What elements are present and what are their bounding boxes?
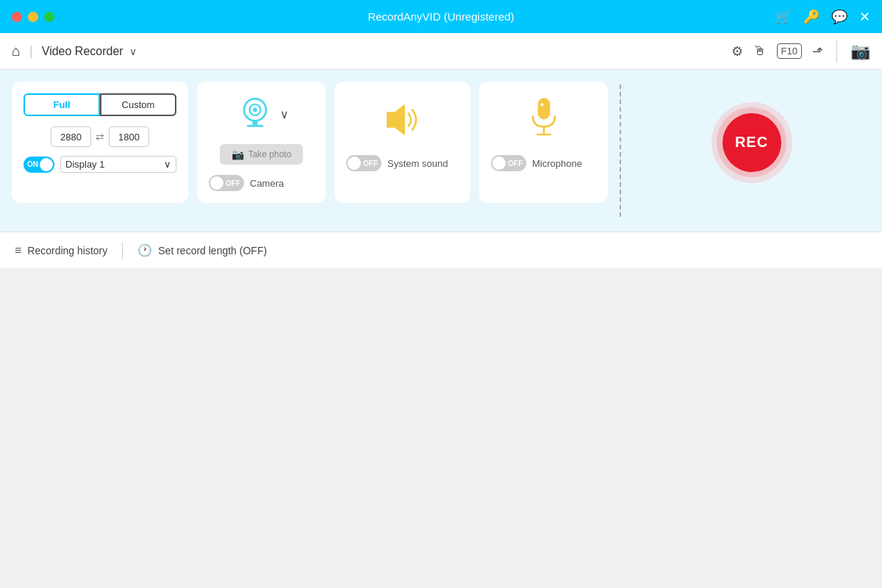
take-photo-label: Take photo <box>248 149 292 159</box>
screen-capture-card: Full Custom ⇄ ON Display 1 ∨ <box>12 82 188 203</box>
microphone-knob <box>492 157 506 170</box>
camera-label: Camera <box>250 178 284 189</box>
mouse-button[interactable]: 🖱 <box>753 43 767 59</box>
camera-dropdown-chevron[interactable]: ∨ <box>280 107 289 121</box>
toggle-on-label: ON <box>27 160 38 168</box>
app-title: RecordAnyVID (Unregistered) <box>368 10 514 23</box>
toolbar: ⌂ | Video Recorder ∨ ⚙ 🖱 F10 ⬏ 📷 <box>0 33 882 70</box>
microphone-toggle-row: OFF Microphone <box>491 155 596 171</box>
webcam-icon <box>234 93 276 135</box>
system-sound-toggle-row: OFF System sound <box>346 155 459 171</box>
display-select[interactable]: Display 1 ∨ <box>60 156 176 173</box>
toggle-knob <box>40 158 53 171</box>
key-icon[interactable]: 🔑 <box>803 9 820 25</box>
export-button[interactable]: ⬏ <box>812 43 823 60</box>
display-row: ON Display 1 ∨ <box>24 156 176 173</box>
traffic-lights <box>12 12 54 22</box>
camera-toggle-knob <box>210 176 223 190</box>
svg-point-9 <box>540 103 543 106</box>
system-sound-off-label: OFF <box>363 159 378 168</box>
camera-toggle[interactable]: OFF <box>209 175 244 191</box>
system-sound-label: System sound <box>387 158 448 169</box>
microphone-off-label: OFF <box>508 159 523 168</box>
recording-history-item[interactable]: ≡ Recording history <box>15 244 107 257</box>
toolbar-separator <box>836 40 837 62</box>
recording-history-label: Recording history <box>27 245 107 257</box>
bottom-bar: ≡ Recording history 🕐 Set record length … <box>0 232 882 268</box>
home-icon[interactable]: ⌂ <box>12 43 21 60</box>
full-mode-button[interactable]: Full <box>24 93 100 116</box>
mic-icon-wrap <box>528 96 560 143</box>
height-input[interactable] <box>109 126 149 147</box>
microphone-card: OFF Microphone <box>479 82 608 203</box>
toolbar-left: ⌂ | Video Recorder ∨ <box>12 43 137 60</box>
set-record-length-label: Set record length (OFF) <box>158 245 267 257</box>
camera-small-icon: 📷 <box>232 148 244 160</box>
toolbar-divider: | <box>29 43 33 59</box>
rec-button-area: REC <box>633 82 870 203</box>
system-sound-card: OFF System sound <box>334 82 470 203</box>
main-content: Full Custom ⇄ ON Display 1 ∨ <box>0 70 882 232</box>
screenshot-corner-button[interactable]: 📷 <box>850 42 870 61</box>
svg-rect-6 <box>538 98 550 119</box>
capture-mode-buttons: Full Custom <box>24 93 176 116</box>
system-sound-toggle[interactable]: OFF <box>346 155 381 171</box>
chevron-down-icon[interactable]: ∨ <box>129 46 137 57</box>
custom-mode-button[interactable]: Custom <box>100 93 176 116</box>
speaker-icon <box>381 99 425 140</box>
recorder-title: Video Recorder <box>42 45 123 58</box>
maximize-button[interactable] <box>44 12 54 22</box>
camera-toggle-row: OFF Camera <box>209 175 314 191</box>
take-photo-button[interactable]: 📷 Take photo <box>220 144 304 165</box>
set-record-length-item[interactable]: 🕐 Set record length (OFF) <box>137 243 267 257</box>
display-select-chevron: ∨ <box>164 159 171 170</box>
camera-toggle-off-label: OFF <box>226 179 240 187</box>
f10-button[interactable]: F10 <box>777 43 802 59</box>
camera-card: ∨ 📷 Take photo OFF Camera <box>197 82 326 203</box>
display-toggle[interactable]: ON <box>24 157 54 173</box>
svg-rect-3 <box>252 121 257 125</box>
rec-middle-ring: REC <box>717 107 786 177</box>
dimensions-row: ⇄ <box>51 126 149 147</box>
toolbar-right: ⚙ 🖱 F10 ⬏ 📷 <box>731 40 870 62</box>
svg-marker-5 <box>387 104 404 135</box>
settings-button[interactable]: ⚙ <box>731 43 743 60</box>
close-button[interactable] <box>12 12 22 22</box>
list-icon: ≡ <box>15 244 21 257</box>
titlebar: RecordAnyVID (Unregistered) 🛒 🔑 💬 ✕ <box>0 0 882 33</box>
close-app-icon[interactable]: ✕ <box>859 9 870 25</box>
minimize-button[interactable] <box>28 12 38 22</box>
cart-icon[interactable]: 🛒 <box>775 9 792 25</box>
microphone-toggle[interactable]: OFF <box>491 155 526 171</box>
swap-icon[interactable]: ⇄ <box>96 131 104 143</box>
clock-icon: 🕐 <box>137 243 152 257</box>
speaker-icon-wrap <box>381 99 425 143</box>
microphone-icon <box>528 96 560 140</box>
app-body: ⌂ | Video Recorder ∨ ⚙ 🖱 F10 ⬏ 📷 Full Cu… <box>0 33 882 268</box>
microphone-label: Microphone <box>532 158 582 169</box>
system-sound-knob <box>348 157 361 170</box>
display-select-label: Display 1 <box>65 159 104 170</box>
svg-rect-4 <box>246 125 262 127</box>
width-input[interactable] <box>51 126 91 147</box>
section-divider <box>620 85 621 217</box>
svg-point-2 <box>253 108 257 112</box>
camera-top-row: ∨ <box>209 93 314 135</box>
rec-outer-ring: REC <box>711 102 792 183</box>
rec-button[interactable]: REC <box>723 113 781 172</box>
chat-icon[interactable]: 💬 <box>831 9 847 25</box>
bottom-separator <box>122 242 123 259</box>
titlebar-icons: 🛒 🔑 💬 ✕ <box>775 9 870 25</box>
